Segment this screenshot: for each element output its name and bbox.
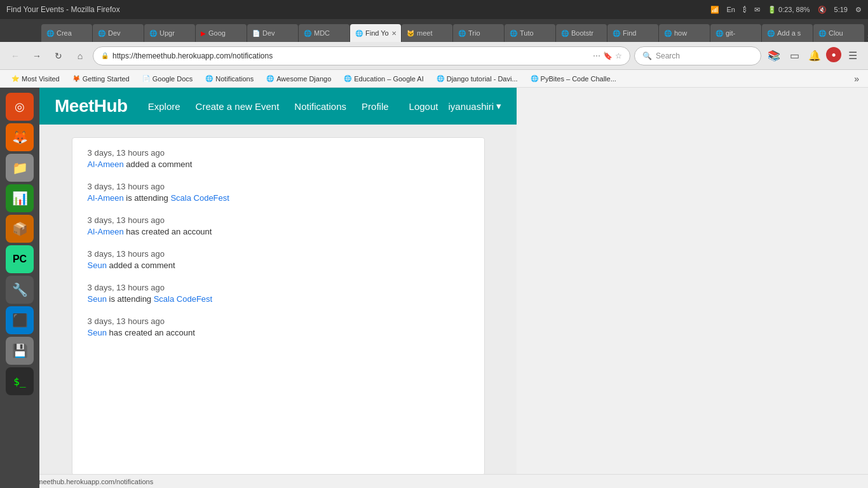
notification-item: 3 days, 13 hours ago Al-Ameen is attendi… xyxy=(88,182,469,203)
nav-profile[interactable]: Profile xyxy=(362,101,389,112)
dropdown-arrow-icon: ▾ xyxy=(496,100,501,112)
user-dropdown[interactable]: iyanuashiri ▾ xyxy=(448,100,501,112)
library-icon[interactable]: 📚 xyxy=(765,47,783,65)
bookmark-label: Awesome Django xyxy=(276,75,331,83)
notification-actor-link[interactable]: Al-Ameen xyxy=(88,193,124,203)
nav-notifications[interactable]: Notifications xyxy=(294,101,346,112)
tab-mdc[interactable]: 🌐 MDC xyxy=(299,24,349,42)
tab-upgr[interactable]: 🌐 Upgr xyxy=(144,24,195,42)
notification-action: added a comment xyxy=(126,159,192,169)
tab-dev1[interactable]: 🌐 Dev xyxy=(93,24,144,42)
statusbar: https://themeethub.herokuapp.com/notific… xyxy=(0,474,868,488)
back-button[interactable]: ← xyxy=(6,47,24,65)
tab-git[interactable]: 🌐 git- xyxy=(710,24,761,42)
sidebar-icon-firefox[interactable]: 🦊 xyxy=(6,123,34,151)
clock: 5:19 xyxy=(834,6,848,13)
terminal-icon: $_ xyxy=(13,376,25,388)
logout-link[interactable]: Logout xyxy=(409,101,438,112)
tab-label: meet xyxy=(417,29,432,37)
tab-findyo[interactable]: 🌐 Find Yo ✕ xyxy=(350,24,401,42)
sidebar-icon-files[interactable]: 📁 xyxy=(6,154,34,182)
bookmark-icon: 🌐 xyxy=(205,75,213,82)
sidebar-icon-ubuntu[interactable]: ◎ xyxy=(6,93,34,121)
sidebar-icon-tools[interactable]: 🔧 xyxy=(6,276,34,304)
tab-label: Goog xyxy=(208,29,226,37)
tab-crea[interactable]: 🌐 Crea xyxy=(41,24,92,42)
reload-button[interactable]: ↻ xyxy=(50,47,67,65)
bookmark-awesome-django[interactable]: 🌐 Awesome Django xyxy=(261,74,336,84)
sidebar-icon-pycharm[interactable]: PC xyxy=(6,245,34,273)
tab-favicon: 🌐 xyxy=(767,30,775,37)
bookmarks-overflow[interactable]: » xyxy=(851,74,862,84)
notification-event-link[interactable]: Scala CodeFest xyxy=(170,193,229,203)
bookmark-label: PyBites – Code Challe... xyxy=(541,75,616,83)
tab-goog[interactable]: ▶ Goog xyxy=(196,24,247,42)
tab-label: Find Yo xyxy=(365,29,389,37)
bookmarks-bar: ⭐ Most Visited 🦊 Getting Started 📄 Googl… xyxy=(0,70,868,88)
sidebar-icon-drive[interactable]: 💾 xyxy=(6,337,34,365)
bookmark-icon: 📄 xyxy=(142,75,150,82)
bookmark-getting-started[interactable]: 🦊 Getting Started xyxy=(67,74,135,84)
bookmark-education-google-ai[interactable]: 🌐 Education – Google AI xyxy=(339,74,428,84)
search-icon: 🔍 xyxy=(642,51,652,60)
meethub-header: MeetHub Explore Create a new Event Notif… xyxy=(39,88,517,125)
meethub-nav: Explore Create a new Event Notifications… xyxy=(148,101,389,112)
bookmark-icon[interactable]: 🔖 xyxy=(603,51,613,60)
notification-action: has created an account xyxy=(109,328,195,337)
tab-label: Crea xyxy=(57,29,72,37)
tab-meet[interactable]: 🐱 meet xyxy=(402,24,452,42)
search-placeholder: Search xyxy=(656,51,680,60)
tab-clou[interactable]: 🌐 Clou xyxy=(813,24,864,42)
notification-actor-link[interactable]: Al-Ameen xyxy=(88,159,124,169)
tab-label: MDC xyxy=(314,29,330,37)
menu-icon[interactable]: ☰ xyxy=(844,47,862,65)
sidebar-icon-archive[interactable]: 📦 xyxy=(6,215,34,243)
tab-close-icon[interactable]: ✕ xyxy=(391,30,397,37)
bookmark-google-docs[interactable]: 📄 Google Docs xyxy=(137,74,198,84)
bookmark-django-tutorial[interactable]: 🌐 Django tutorial - Davi... xyxy=(431,74,523,84)
tab-add[interactable]: 🌐 Add a s xyxy=(762,24,813,42)
tab-favicon: 🌐 xyxy=(304,30,311,37)
tab-trio[interactable]: 🌐 Trio xyxy=(453,24,504,42)
notification-text: Al-Ameen added a comment xyxy=(88,159,469,169)
nav-explore[interactable]: Explore xyxy=(148,101,180,112)
search-bar[interactable]: 🔍 Search xyxy=(634,46,761,65)
tab-tuto[interactable]: 🌐 Tuto xyxy=(505,24,555,42)
bookmark-pybites[interactable]: 🌐 PyBites – Code Challe... xyxy=(526,74,621,84)
meethub-logo: MeetHub xyxy=(55,96,128,116)
ellipsis-icon[interactable]: ⋯ xyxy=(593,51,600,60)
user-avatar-icon[interactable]: ● xyxy=(826,47,841,62)
bookmark-icon: 🌐 xyxy=(437,75,444,82)
sidebar-icon-vscode[interactable]: ⬛ xyxy=(6,306,34,334)
forward-button[interactable]: → xyxy=(28,47,46,65)
tab-how[interactable]: 🌐 how xyxy=(659,24,710,42)
nav-create-event[interactable]: Create a new Event xyxy=(196,101,280,112)
tab-find[interactable]: 🌐 Find xyxy=(607,24,658,42)
star-icon[interactable]: ☆ xyxy=(615,51,622,60)
tab-dev2[interactable]: 📄 Dev xyxy=(247,24,298,42)
notification-text: Seun has created an account xyxy=(88,328,469,337)
notifications-icon[interactable]: 🔔 xyxy=(806,47,824,65)
titlebar: Find Your Events - Mozilla Firefox 📶 En … xyxy=(0,0,868,19)
sidebar-toggle[interactable]: ▭ xyxy=(785,47,803,65)
tab-favicon: 🌐 xyxy=(613,30,620,37)
notification-actor-link[interactable]: Seun xyxy=(88,328,107,337)
notification-item: 3 days, 13 hours ago Seun added a commen… xyxy=(88,249,469,270)
bookmark-notifications[interactable]: 🌐 Notifications xyxy=(200,74,259,84)
home-button[interactable]: ⌂ xyxy=(71,47,89,65)
tab-bootstr[interactable]: 🌐 Bootstr xyxy=(556,24,607,42)
notification-event-link[interactable]: Scala CodeFest xyxy=(154,294,213,304)
files-icon: 📁 xyxy=(12,160,28,175)
sidebar-icon-calc[interactable]: 📊 xyxy=(6,184,34,212)
tab-label: Trio xyxy=(468,29,480,37)
notification-actor-link[interactable]: Seun xyxy=(88,294,107,304)
address-bar[interactable]: 🔒 https://themeethub.herokuapp.com/notif… xyxy=(93,46,630,65)
tab-favicon: 🌐 xyxy=(715,30,723,37)
bookmark-icon: 🌐 xyxy=(344,75,351,82)
sidebar-icon-terminal[interactable]: $_ xyxy=(6,367,34,395)
notification-actor-link[interactable]: Al-Ameen xyxy=(88,227,124,236)
bookmark-most-visited[interactable]: ⭐ Most Visited xyxy=(6,74,65,84)
tabbar: 🌐 Crea 🌐 Dev 🌐 Upgr ▶ Goog 📄 Dev 🌐 MDC 🌐… xyxy=(0,19,868,42)
notification-actor-link[interactable]: Seun xyxy=(88,261,107,270)
tab-favicon: 🌐 xyxy=(98,30,105,37)
